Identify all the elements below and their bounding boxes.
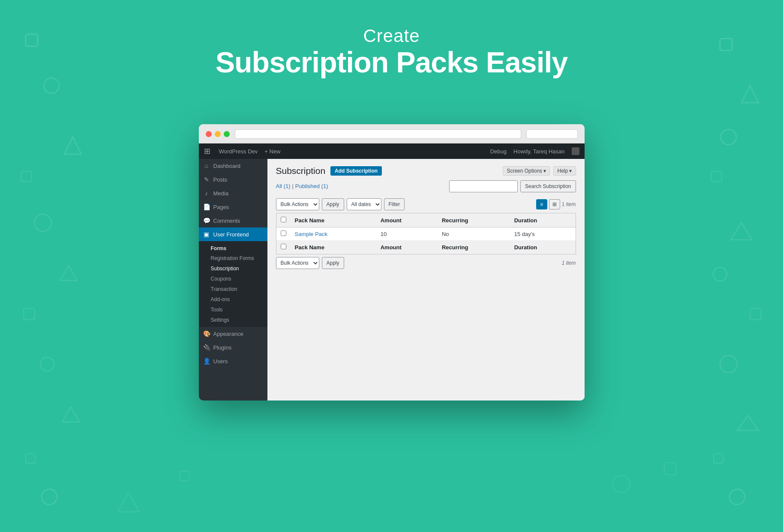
minimize-window-button[interactable]	[215, 131, 221, 137]
close-window-button[interactable]	[206, 131, 212, 137]
svg-point-1	[44, 78, 59, 93]
sidebar-item-subscription[interactable]: Subscription	[199, 263, 267, 274]
sidebar-item-plugins[interactable]: 🔌 Plugins	[199, 341, 267, 354]
svg-marker-5	[60, 266, 77, 281]
sidebar: ⌂ Dashboard ✎ Posts ♪ Media 📄 Pages 💬	[199, 159, 267, 400]
svg-point-16	[713, 267, 727, 281]
svg-rect-25	[664, 463, 676, 475]
sidebar-item-tools[interactable]: Tools	[199, 305, 267, 315]
table-row: Sample Pack 10 No 15 day's	[276, 227, 576, 241]
svg-marker-12	[741, 86, 759, 103]
top-toolbar: Bulk Actions Apply All dates Filter ≡ ⊞	[276, 198, 576, 210]
admin-bar-debug[interactable]: Debug	[490, 148, 507, 155]
sidebar-item-users[interactable]: 👤 Users	[199, 354, 267, 368]
top-apply-button[interactable]: Apply	[322, 198, 344, 210]
pack-name-link[interactable]: Sample Pack	[295, 231, 328, 237]
svg-point-21	[729, 489, 745, 505]
sidebar-item-dashboard[interactable]: ⌂ Dashboard	[199, 159, 267, 173]
sidebar-item-pages[interactable]: 📄 Pages	[199, 200, 267, 214]
admin-bar: ⊞ WordPress Dev + New Debug Howdy, Tareq…	[199, 143, 585, 159]
select-all-checkbox[interactable]	[281, 217, 286, 222]
posts-icon: ✎	[203, 176, 210, 183]
sidebar-item-addons[interactable]: Add-ons	[199, 294, 267, 305]
content-area: ⌂ Dashboard ✎ Posts ♪ Media 📄 Pages 💬	[199, 159, 585, 400]
wp-logo-icon: ⊞	[204, 146, 210, 156]
hero-main-title: Subscription Packs Easily	[0, 46, 783, 78]
bottom-apply-button[interactable]: Apply	[322, 257, 344, 269]
filter-all-link[interactable]: All (1)	[276, 183, 291, 189]
list-view-icon: ≡	[540, 201, 543, 207]
search-subscription-input[interactable]	[449, 180, 518, 192]
svg-rect-17	[750, 308, 761, 320]
sidebar-item-label: Dashboard	[213, 163, 241, 169]
sidebar-item-transaction[interactable]: Transaction	[199, 284, 267, 294]
filter-published-link[interactable]: Published (1)	[295, 183, 328, 189]
browser-search-bar[interactable]	[526, 129, 578, 139]
admin-avatar	[572, 147, 579, 155]
date-filter-select[interactable]: All dates	[347, 198, 381, 210]
window-buttons	[206, 131, 230, 137]
users-icon: 👤	[203, 358, 210, 365]
svg-marker-22	[118, 493, 139, 512]
header-actions: Screen Options ▾ Help ▾	[503, 166, 576, 176]
filter-button[interactable]: Filter	[384, 198, 405, 210]
item-count: 1 item	[562, 201, 576, 207]
media-icon: ♪	[203, 190, 210, 197]
add-subscription-button[interactable]: Add Subscription	[330, 166, 382, 176]
table-header-row: Pack Name Amount Recurring Duration	[276, 213, 576, 227]
main-content: Subscription Add Subscription Screen Opt…	[267, 159, 585, 400]
footer-recurring-header: Recurring	[438, 240, 510, 254]
sidebar-item-label: User Frontend	[213, 231, 249, 238]
bulk-actions-select[interactable]: Bulk Actions	[276, 198, 319, 210]
svg-point-24	[613, 475, 630, 493]
sidebar-item-registration-forms[interactable]: Registration Forms	[199, 253, 267, 263]
sidebar-item-coupons[interactable]: Coupons	[199, 274, 267, 284]
sidebar-item-settings[interactable]: Settings	[199, 315, 267, 325]
dashboard-icon: ⌂	[203, 162, 210, 169]
sidebar-submenu: Forms Registration Forms Subscription Co…	[199, 241, 267, 327]
user-frontend-icon: ▣	[203, 231, 210, 238]
sidebar-item-media[interactable]: ♪ Media	[199, 186, 267, 200]
grid-view-button[interactable]: ⊞	[549, 199, 560, 209]
sidebar-item-label: Plugins	[213, 344, 232, 351]
sidebar-item-posts[interactable]: ✎ Posts	[199, 173, 267, 186]
bottom-bulk-actions-select[interactable]: Bulk Actions	[276, 257, 319, 269]
admin-bar-site-name[interactable]: WordPress Dev	[219, 148, 258, 155]
footer-select-all-checkbox[interactable]	[281, 244, 286, 249]
help-button[interactable]: Help ▾	[553, 166, 576, 176]
pack-name-header: Pack Name	[291, 213, 376, 227]
hero-section: Create Subscription Packs Easily	[0, 26, 783, 78]
svg-marker-2	[64, 137, 81, 154]
subscription-table: Pack Name Amount Recurring Duration	[276, 213, 576, 254]
sidebar-item-label: Users	[213, 358, 228, 365]
svg-rect-3	[21, 171, 32, 182]
footer-select-all-header	[276, 240, 291, 254]
svg-rect-9	[26, 454, 35, 463]
sidebar-item-label: Posts	[213, 176, 228, 183]
admin-bar-howdy: Howdy, Tareq Hasan	[513, 148, 564, 155]
sidebar-item-comments[interactable]: 💬 Comments	[199, 214, 267, 227]
svg-rect-6	[24, 308, 35, 320]
search-subscription-button[interactable]: Search Subscription	[520, 180, 576, 192]
browser-chrome	[199, 124, 585, 143]
plugins-icon: 🔌	[203, 344, 210, 351]
forms-section-header: Forms	[199, 243, 267, 253]
sidebar-item-appearance[interactable]: 🎨 Appearance	[199, 327, 267, 341]
address-bar[interactable]	[235, 129, 521, 139]
sidebar-item-label: Pages	[213, 204, 229, 210]
row-checkbox-cell	[276, 227, 291, 241]
bottom-item-count: 1 item	[562, 260, 576, 266]
amount-cell: 10	[376, 227, 438, 241]
sidebar-item-label: Media	[213, 190, 228, 197]
maximize-window-button[interactable]	[224, 131, 230, 137]
sidebar-item-label: Comments	[213, 218, 240, 224]
row-checkbox[interactable]	[281, 230, 286, 236]
filter-links: All (1) | Published (1)	[276, 183, 328, 189]
svg-point-7	[40, 357, 54, 371]
admin-bar-new-button[interactable]: + New	[264, 148, 280, 155]
bottom-toolbar: Bulk Actions Apply 1 item	[276, 257, 576, 269]
screen-options-button[interactable]: Screen Options ▾	[503, 166, 550, 176]
list-view-button[interactable]: ≡	[536, 199, 547, 209]
sidebar-item-user-frontend[interactable]: ▣ User Frontend ◀	[199, 227, 267, 241]
grid-view-icon: ⊞	[552, 201, 557, 207]
